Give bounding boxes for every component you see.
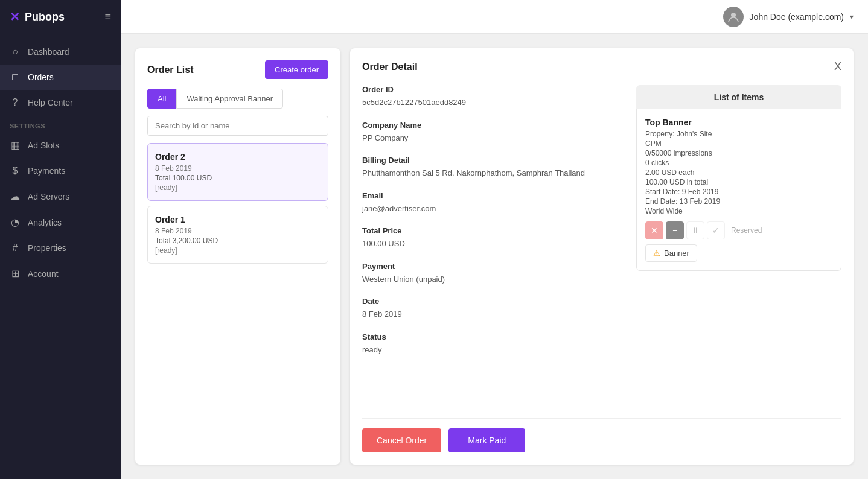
user-menu[interactable]: John Doe (example.com) ▾ [723,7,854,27]
content-area: Order List Create order All Waiting Appr… [121,34,868,479]
analytics-icon: ◔ [10,217,21,228]
order-item-order1[interactable]: Order 1 8 Feb 2019 Total 3,200.00 USD [r… [147,206,328,264]
search-input[interactable] [147,116,328,136]
app-name: Pubops [25,11,65,24]
total-price-label: Total Price [362,226,622,235]
banner-badge: ⚠ Banner [645,244,697,262]
avatar [723,7,744,27]
tab-all[interactable]: All [147,89,176,109]
items-body: Top Banner Property: John's Site CPM 0/5… [636,109,841,271]
order-item-title: Order 1 [155,215,321,224]
order-detail-header: Order Detail X [362,60,841,73]
order-list-header: Order List Create order [147,60,328,79]
order-list-title: Order List [147,65,193,75]
mark-paid-button[interactable]: Mark Paid [448,428,525,452]
sidebar-item-help-center[interactable]: ? Help Center [0,90,121,115]
cancel-order-button[interactable]: Cancel Order [362,428,441,452]
status-value: ready [362,344,622,356]
item-actions: ✕ − ⏸ ✓ Reserved [645,221,832,240]
sidebar-item-label: Account [28,269,59,279]
item-impressions: 0/50000 impressions [645,149,832,157]
order-item-status: [ready] [155,246,321,255]
items-header: List of Items [636,85,841,109]
item-type: CPM [645,139,832,148]
logo-area: ✕ Pubops [10,10,65,24]
ad-servers-icon: ☁ [10,191,21,202]
order-detail-right: List of Items Top Banner Property: John'… [636,85,841,406]
order-detail-card: Order Detail X Order ID 5c5d2c27b1227501… [350,48,854,465]
sidebar-item-ad-servers[interactable]: ☁ Ad Servers [0,183,121,209]
topbar: John Doe (example.com) ▾ [121,0,868,34]
date-value: 8 Feb 2019 [362,308,622,320]
order-tabs: All Waiting Approval Banner [147,89,328,109]
reserved-label: Reserved [731,226,762,235]
sidebar-item-label: Properties [28,243,66,253]
warning-icon: ⚠ [653,249,660,258]
order-id-label: Order ID [362,85,622,94]
payments-icon: $ [10,165,21,176]
field-order-id: Order ID 5c5d2c27b1227501aedd8249 [362,85,622,109]
banner-label: Banner [664,249,689,258]
tab-waiting-approval[interactable]: Waiting Approval Banner [176,89,283,109]
company-name-label: Company Name [362,121,622,130]
svg-point-0 [731,13,736,17]
hamburger-menu[interactable]: ≡ [104,11,111,24]
order-detail-title: Order Detail [362,62,418,72]
account-icon: ⊞ [10,268,21,279]
item-minus-button[interactable]: − [666,221,684,240]
sidebar-item-label: Help Center [28,98,73,107]
settings-section-label: SETTINGS [0,115,121,132]
date-label: Date [362,297,622,306]
field-payment: Payment Western Union (unpaid) [362,262,622,285]
item-price-total: 100.00 USD in total [645,178,832,186]
item-check-button[interactable]: ✓ [707,221,725,240]
order-item-total: Total 3,200.00 USD [155,236,321,245]
help-icon: ? [10,97,21,108]
create-order-button[interactable]: Create order [265,60,328,79]
sidebar-item-ad-slots[interactable]: ▦ Ad Slots [0,132,121,158]
field-date: Date 8 Feb 2019 [362,297,622,320]
sidebar-item-properties[interactable]: # Properties [0,235,121,261]
sidebar-header: ✕ Pubops ≡ [0,0,121,34]
sidebar-nav: ○ Dashboard □ Orders ? Help Center SETTI… [0,34,121,479]
ad-slots-icon: ▦ [10,139,21,151]
pubops-logo-icon: ✕ [10,10,20,24]
order-item-order2[interactable]: Order 2 8 Feb 2019 Total 100.00 USD [rea… [147,143,328,201]
order-id-value: 5c5d2c27b1227501aedd8249 [362,97,622,109]
order-detail-footer: Cancel Order Mark Paid [362,418,841,452]
close-button[interactable]: X [834,60,841,73]
item-end-date: End Date: 13 Feb 2019 [645,197,832,206]
sidebar-item-label: Payments [28,166,65,176]
email-value: jane@advertiser.com [362,203,622,215]
user-name: John Doe (example.com) [750,12,844,22]
field-email: Email jane@advertiser.com [362,191,622,215]
sidebar-item-payments[interactable]: $ Payments [0,158,121,183]
item-targeting: World Wide [645,207,832,215]
item-pause-button[interactable]: ⏸ [686,221,704,240]
sidebar-item-account[interactable]: ⊞ Account [0,261,121,287]
payment-value: Western Union (unpaid) [362,273,622,285]
main-content: John Doe (example.com) ▾ Order List Crea… [121,0,868,479]
order-item-date: 8 Feb 2019 [155,227,321,235]
item-price-each: 2.00 USD each [645,168,832,177]
order-detail-left: Order ID 5c5d2c27b1227501aedd8249 Compan… [362,85,622,406]
item-clicks: 0 clicks [645,159,832,167]
status-label: Status [362,332,622,341]
chevron-down-icon: ▾ [850,13,854,21]
sidebar-item-label: Orders [28,72,54,82]
email-label: Email [362,191,622,200]
sidebar-item-label: Analytics [28,218,62,227]
sidebar: ✕ Pubops ≡ ○ Dashboard □ Orders ? Help C… [0,0,121,479]
item-cancel-button[interactable]: ✕ [645,221,663,240]
item-property: Property: John's Site [645,130,832,138]
properties-icon: # [10,243,21,253]
order-list-card: Order List Create order All Waiting Appr… [135,48,340,465]
total-price-value: 100.00 USD [362,238,622,250]
sidebar-item-analytics[interactable]: ◔ Analytics [0,209,121,235]
sidebar-item-orders[interactable]: □ Orders [0,65,121,90]
sidebar-item-label: Ad Slots [28,141,59,150]
order-detail-body: Order ID 5c5d2c27b1227501aedd8249 Compan… [362,85,841,406]
field-billing-detail: Billing Detail Phutthamonthon Sai 5 Rd. … [362,156,622,179]
sidebar-item-dashboard[interactable]: ○ Dashboard [0,39,121,65]
item-start-date: Start Date: 9 Feb 2019 [645,188,832,196]
